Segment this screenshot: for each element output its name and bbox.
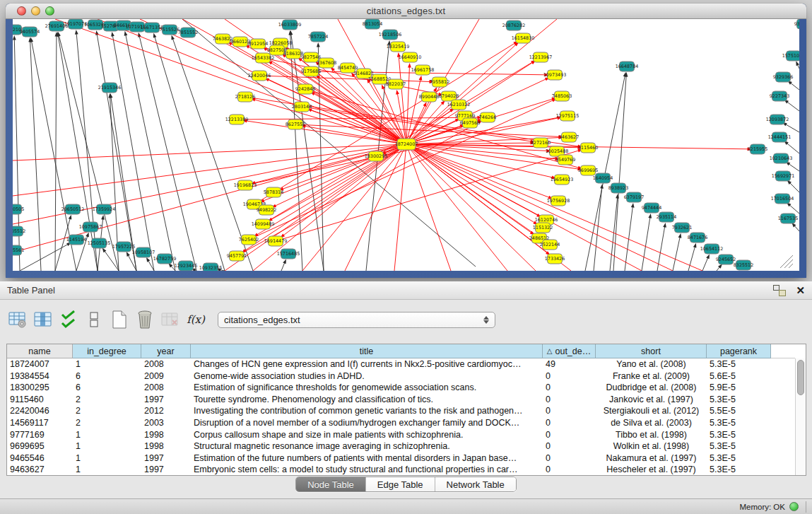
graph-node[interactable]: 16914479 [264, 236, 288, 246]
graph-edge[interactable] [787, 143, 799, 153]
graph-node[interactable]: 8912954 [248, 39, 268, 49]
graph-node[interactable]: 1167535 [778, 214, 798, 223]
graph-node[interactable]: 10975867 [79, 222, 102, 232]
graph-node[interactable]: 8813054 [363, 19, 382, 29]
float-panel-icon[interactable] [773, 285, 786, 296]
column-header-title[interactable]: title [191, 344, 543, 358]
graph-node[interactable]: 9457791 [227, 251, 247, 261]
graph-node[interactable]: 8990448 [419, 92, 439, 102]
graph-edge[interactable] [20, 244, 69, 271]
graph-edge[interactable] [789, 205, 799, 214]
graph-node[interactable]: 15751074 [782, 51, 799, 61]
create-column-icon[interactable] [109, 308, 130, 331]
graph-node[interactable]: 1151322 [533, 223, 553, 233]
graph-node[interactable]: 2803144 [292, 102, 312, 112]
graph-node[interactable]: 7851552 [178, 28, 198, 37]
graph-node[interactable]: 19654923 [551, 175, 574, 185]
graph-edge[interactable] [613, 76, 626, 271]
graph-node[interactable]: 7625402 [239, 235, 259, 245]
graph-node[interactable]: 19196823 [234, 180, 257, 190]
graph-node[interactable]: 12505135 [88, 238, 111, 248]
graph-edge[interactable] [406, 144, 535, 223]
graph-edge[interactable] [55, 35, 57, 271]
graph-edge[interactable] [406, 144, 536, 271]
graph-node[interactable]: 9242848 [295, 84, 315, 94]
column-header-year[interactable]: year [141, 344, 191, 358]
window-titlebar[interactable]: citations_edges.txt [6, 4, 806, 19]
graph-node[interactable]: 12213967 [529, 52, 553, 62]
graph-edge[interactable] [594, 187, 602, 271]
graph-node[interactable]: 10210643 [770, 153, 793, 163]
graph-node[interactable]: 746266 [479, 112, 496, 122]
delete-table-icon[interactable] [160, 308, 181, 331]
table-row[interactable]: 2242004622012Investigating the contribut… [7, 405, 795, 417]
graph-edge[interactable] [30, 41, 41, 271]
graph-node[interactable]: 9175685 [301, 66, 321, 76]
graph-node[interactable]: 8627552 [286, 119, 305, 129]
change-table-mode-icon[interactable] [7, 308, 28, 331]
table-dropdown[interactable]: citations_edges.txt [218, 312, 495, 328]
graph-node[interactable]: 16782759 [153, 254, 177, 264]
zoom-window-icon[interactable] [45, 6, 54, 16]
graph-node[interactable]: 21915346 [98, 83, 122, 93]
graph-node[interactable]: 7857224 [308, 32, 328, 42]
delete-columns-icon[interactable] [134, 308, 155, 331]
graph-node[interactable]: 17359924 [93, 204, 116, 214]
tab-node-table[interactable]: Node Table [296, 477, 366, 491]
column-header-out_degree[interactable]: △out_de… [543, 344, 596, 358]
graph-node[interactable]: 9355561 [13, 245, 24, 255]
table-row[interactable]: 946362711997Embryonic stem cells: a mode… [7, 464, 795, 475]
graph-edge[interactable] [642, 217, 650, 271]
graph-node[interactable]: 15716485 [277, 249, 300, 259]
graph-node[interactable]: 7485063 [552, 91, 572, 101]
graph-node[interactable]: 2935114 [657, 212, 676, 222]
graph-edge[interactable] [406, 78, 546, 144]
graph-edge[interactable] [787, 102, 799, 111]
graph-node[interactable]: 19218506 [379, 30, 402, 40]
table-row[interactable]: 1938455462009Genome-wide association stu… [7, 370, 795, 382]
graph-node[interactable]: 5878314 [264, 187, 283, 197]
column-header-name[interactable]: name [7, 344, 73, 358]
graph-node[interactable]: 7955812 [430, 77, 449, 87]
tab-edge-table[interactable]: Edge Table [366, 477, 435, 491]
graph-node[interactable]: 2718126 [235, 92, 255, 102]
graph-node[interactable]: 16033809 [278, 20, 302, 30]
graph-edge[interactable] [305, 89, 579, 168]
function-builder-icon[interactable]: f(x) [185, 308, 206, 331]
graph-edge[interactable] [281, 262, 285, 271]
table-row[interactable]: 977716911998Corpus callosum shape and si… [7, 429, 795, 441]
graph-edge[interactable] [790, 83, 799, 90]
scrollbar-thumb[interactable] [797, 360, 804, 395]
graph-edge[interactable] [702, 257, 708, 271]
table-row[interactable]: 969969511998Structural magnetic resonanc… [7, 440, 795, 452]
graph-node[interactable]: 9227343 [770, 91, 789, 101]
graph-node[interactable]: 9699695 [578, 165, 598, 175]
graph-node[interactable]: 16648784 [616, 62, 639, 71]
graph-node[interactable]: 6497568 [460, 118, 480, 128]
graph-node[interactable]: 9505512 [13, 226, 25, 236]
vertical-scrollbar[interactable] [795, 358, 806, 475]
graph-node[interactable]: 1145194 [66, 235, 86, 245]
graph-edge[interactable] [399, 56, 406, 144]
graph-node[interactable]: 10654112 [700, 244, 724, 254]
graph-edge[interactable] [254, 144, 406, 183]
graph-edge[interactable] [172, 38, 253, 271]
graph-edge[interactable] [155, 36, 225, 271]
graph-node[interactable]: 8325512 [734, 260, 753, 270]
close-panel-icon[interactable]: ✕ [796, 285, 805, 296]
graph-node[interactable]: 8822037 [386, 79, 406, 89]
graph-node[interactable]: 16640910 [399, 52, 422, 62]
graph-edge[interactable] [140, 19, 406, 144]
graph-node[interactable]: 8215955 [748, 144, 767, 154]
graph-node[interactable]: 10932355 [199, 263, 223, 271]
graph-node[interactable]: 8471676 [688, 233, 707, 243]
graph-node[interactable]: 9405574 [20, 27, 40, 37]
selection-mode-icon[interactable] [58, 308, 79, 331]
memory-ok-icon[interactable] [789, 502, 799, 511]
graph-node[interactable]: 7515526 [160, 25, 180, 35]
graph-node[interactable]: 15692971 [772, 171, 795, 181]
graph-edge[interactable] [789, 182, 799, 192]
network-canvas[interactable]: 9462102940557427691406191970741065328715… [13, 19, 799, 271]
graph-edge[interactable] [406, 144, 451, 271]
column-header-in_degree[interactable]: in_degree [73, 344, 141, 358]
